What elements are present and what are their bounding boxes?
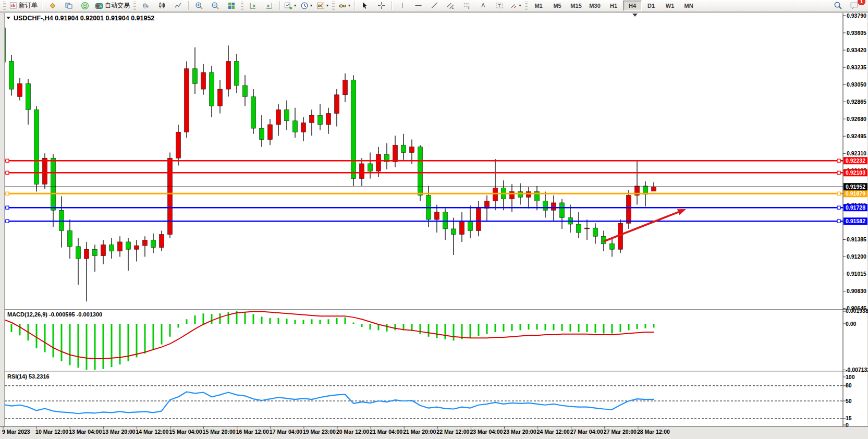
macd-histogram-bar	[361, 324, 363, 327]
candlestick-icon	[158, 2, 166, 9]
timeframe-m1[interactable]: M1	[529, 1, 548, 11]
macd-histogram-bar	[495, 324, 496, 332]
vertical-line-tool[interactable]	[394, 0, 410, 11]
candle	[410, 147, 414, 153]
signals-icon	[81, 2, 89, 10]
line-chart-mode-button[interactable]	[170, 0, 186, 11]
candle	[368, 164, 373, 171]
line-anchor[interactable]	[837, 159, 840, 162]
dropdown-caret: ▾	[294, 4, 296, 8]
zoom-out-button[interactable]	[207, 0, 223, 11]
cursor-tool-button[interactable]	[357, 0, 373, 11]
line-anchor[interactable]	[6, 159, 9, 162]
timeframe-mn[interactable]: MN	[679, 1, 698, 11]
timeframe-h4[interactable]: H4	[623, 1, 642, 11]
zoom-in-button[interactable]	[191, 0, 207, 11]
time-axis-label: 13 Mar 04:00	[69, 429, 102, 435]
indicators-button[interactable]: ▾	[336, 0, 352, 11]
chart-shift-button[interactable]	[261, 0, 277, 11]
candle	[76, 247, 81, 259]
macd-histogram-bar	[228, 312, 229, 324]
macd-header: MACD(12,26,9) -0.000595 -0.001300	[7, 311, 102, 318]
price-line-label-text: 0.91728	[846, 204, 865, 211]
fibonacci-tool[interactable]: F	[459, 0, 475, 11]
indicators-icon	[338, 2, 347, 10]
macd-histogram-bar	[628, 324, 630, 330]
line-anchor[interactable]	[6, 219, 9, 223]
toolbar-drag-handle[interactable]	[3, 2, 6, 10]
text-tool[interactable]: A	[475, 0, 491, 11]
line-anchor[interactable]	[837, 192, 840, 195]
line-anchor[interactable]	[6, 192, 9, 195]
search-button[interactable]	[830, 0, 846, 11]
arrows-tool[interactable]: ▾	[507, 0, 523, 11]
new-order-button[interactable]: 新订单	[7, 0, 40, 11]
candle	[443, 212, 448, 229]
macd-histogram-bar	[211, 314, 213, 324]
toolbar-drag-handle[interactable]	[332, 2, 335, 10]
candle	[218, 89, 223, 106]
time-axis-label: 20 Mar 12:00	[336, 429, 369, 435]
candle	[118, 242, 123, 251]
candle	[310, 115, 314, 123]
macd-histogram-bar	[595, 324, 596, 333]
horizontal-line-tool[interactable]	[410, 0, 426, 11]
bar-chart-mode-button[interactable]	[138, 0, 154, 11]
timeframe-w1[interactable]: W1	[661, 1, 679, 11]
auto-scroll-button[interactable]	[245, 0, 261, 11]
macd-histogram-bar	[303, 320, 304, 324]
plot-background	[5, 13, 867, 426]
macd-axis-label: 0.00	[846, 321, 857, 327]
price-axis-label: 0.90830	[847, 288, 866, 294]
templates-button[interactable]: ▾	[314, 0, 331, 11]
candle	[185, 69, 189, 132]
chart-shift-icon	[265, 2, 274, 10]
macd-histogram-bar	[553, 324, 555, 330]
market-watch-button[interactable]	[44, 0, 60, 11]
macd-histogram-bar	[586, 324, 588, 332]
text-label-tool[interactable]: T	[491, 0, 507, 11]
candle	[251, 96, 256, 128]
time-axis-label: 9 Mar 2023	[2, 429, 30, 435]
timeframe-h1[interactable]: H1	[604, 1, 623, 11]
timeframe-m5[interactable]: M5	[548, 1, 567, 11]
line-anchor[interactable]	[837, 206, 840, 209]
macd-histogram-bar	[186, 319, 188, 324]
tile-windows-button[interactable]	[223, 0, 239, 11]
navigator-button[interactable]	[60, 0, 77, 11]
price-line-label-text: 0.92232	[846, 157, 865, 164]
timeframe-d1[interactable]: D1	[642, 1, 661, 11]
toolbar-drag-handle[interactable]	[525, 2, 528, 10]
candle	[276, 109, 281, 125]
line-anchor[interactable]	[6, 171, 9, 174]
horizontal-line-icon	[414, 2, 422, 9]
line-anchor[interactable]	[837, 171, 840, 174]
line-anchor[interactable]	[837, 219, 840, 223]
toolbar-drag-handle[interactable]	[133, 2, 136, 10]
candle	[168, 158, 173, 234]
macd-histogram-bar	[503, 324, 505, 332]
candle	[243, 86, 248, 96]
candlestick-mode-button[interactable]	[154, 0, 170, 11]
chart-area[interactable]: 0.937900.936050.934200.932350.930500.928…	[0, 12, 868, 439]
separator	[354, 1, 355, 10]
timeframe-m30[interactable]: M30	[585, 1, 604, 11]
svg-text:F: F	[468, 6, 470, 9]
time-axis-label: 24 Mar 12:00	[537, 429, 570, 435]
dropdown-caret: ▾	[348, 4, 350, 8]
macd-histogram-bar	[320, 320, 321, 324]
new-chart-button[interactable]: ▾	[282, 0, 298, 11]
crosshair-tool-button[interactable]	[373, 0, 389, 11]
text-icon: A	[480, 2, 487, 9]
periods-button[interactable]: ▾	[298, 0, 314, 11]
equidistant-channel-tool[interactable]: E	[443, 0, 459, 11]
auto-trading-button[interactable]: 自动交易	[93, 0, 132, 11]
trendline-tool[interactable]	[426, 0, 443, 11]
time-axis-label: 23 Mar 20:00	[504, 429, 536, 435]
chat-button[interactable]: 1	[846, 0, 862, 11]
toolbar-drag-handle[interactable]	[241, 2, 243, 10]
macd-axis-label: 0.001938	[846, 308, 868, 314]
timeframe-m15[interactable]: M15	[567, 1, 585, 11]
line-anchor[interactable]	[6, 206, 9, 209]
signals-button[interactable]	[77, 0, 93, 11]
